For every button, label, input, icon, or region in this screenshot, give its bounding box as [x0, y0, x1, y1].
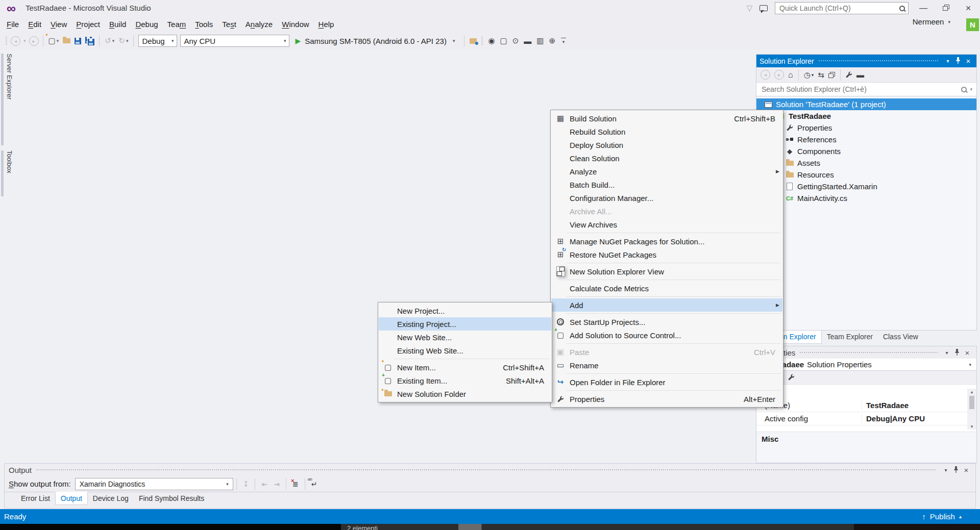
properties-wrench-icon[interactable]: [846, 71, 852, 78]
menu-item-open-folder-in-file-explorer[interactable]: ↪ Open Folder in File Explorer: [551, 375, 782, 389]
menu-analyze[interactable]: Analyze: [241, 18, 277, 31]
menu-item-existing-project[interactable]: Existing Project...: [379, 317, 551, 331]
output-source-dropdown[interactable]: Xamarin Diagnostics ▾: [75, 478, 233, 490]
menu-item-add[interactable]: Add▶: [551, 298, 782, 312]
close-icon[interactable]: ×: [961, 466, 971, 474]
forward-icon[interactable]: ▸: [774, 70, 784, 80]
minimize-button[interactable]: —: [916, 4, 931, 13]
navigate-back-button[interactable]: ◂: [11, 36, 20, 46]
toolbar-overflow-button[interactable]: ▾: [561, 38, 566, 44]
menu-item-new-solution-explorer-view[interactable]: New Solution Explorer View: [551, 265, 782, 278]
home-icon[interactable]: ⌂: [788, 70, 793, 80]
preview-selected-items-icon[interactable]: ▬: [856, 70, 864, 79]
redo-button[interactable]: ↻▾: [118, 36, 128, 45]
properties-scrollbar[interactable]: ▴ ▾: [967, 389, 976, 430]
menu-item-batch-build[interactable]: Batch Build...: [551, 178, 782, 191]
menu-item-build-solution[interactable]: ▦ Build Solution Ctrl+Shift+B: [551, 112, 782, 125]
menu-item-rebuild-solution[interactable]: Rebuild Solution: [551, 125, 782, 138]
menu-item-rename[interactable]: ▭ Rename: [551, 359, 782, 372]
previous-message-icon[interactable]: ⇤: [261, 480, 267, 488]
menu-item-new-project[interactable]: New Project...: [379, 304, 551, 317]
android-sdk-icon[interactable]: ⊙: [512, 36, 519, 45]
tab-team-explorer[interactable]: Team Explorer: [822, 331, 878, 344]
menu-project[interactable]: Project: [71, 18, 105, 31]
collapse-all-icon[interactable]: [828, 72, 835, 78]
device-log-icon[interactable]: ▥: [536, 36, 544, 45]
new-file-icon[interactable]: ▢: [500, 36, 507, 45]
menu-view[interactable]: View: [46, 18, 71, 31]
android-emulator-icon[interactable]: ▬: [524, 37, 531, 45]
user-menu[interactable]: Nermeen ▾: [913, 17, 950, 26]
tree-item-components[interactable]: ◆ Components: [756, 145, 976, 157]
tab-class-view[interactable]: Class View: [878, 331, 923, 344]
save-all-button[interactable]: [85, 37, 94, 45]
quick-launch-input[interactable]: [778, 4, 896, 13]
tree-item-properties[interactable]: Properties: [756, 122, 976, 134]
menu-item-manage-nuget[interactable]: ⊞ Manage NuGet Packages for Solution...: [551, 235, 782, 248]
solution-explorer-search-input[interactable]: [761, 85, 961, 94]
tree-item-gettingstarted[interactable]: GettingStarted.Xamarin: [756, 181, 976, 192]
tab-server-explorer[interactable]: Server Explorer: [1, 54, 13, 145]
window-position-icon[interactable]: ▾: [943, 58, 953, 64]
tree-item-references[interactable]: References: [756, 134, 976, 145]
menu-edit[interactable]: Edit: [23, 18, 46, 31]
goto-message-icon[interactable]: ↧: [243, 480, 249, 488]
menu-item-new-solution-folder[interactable]: * New Solution Folder: [379, 387, 551, 400]
solution-explorer-search[interactable]: ▾: [756, 83, 976, 96]
pin-icon[interactable]: [953, 57, 963, 65]
scroll-up-icon[interactable]: ▴: [971, 389, 973, 395]
new-project-button[interactable]: ▢*▾: [48, 36, 59, 45]
menu-item-properties[interactable]: Properties Alt+Enter: [551, 392, 782, 406]
publish-button[interactable]: ↑ Publish ▴: [922, 512, 962, 521]
toolbar-grip[interactable]: [6, 37, 7, 45]
undo-button[interactable]: ↺▾: [105, 36, 114, 45]
tree-item-resources[interactable]: Resources: [756, 169, 976, 181]
xamarin-package-icon[interactable]: [470, 38, 477, 44]
property-row-name[interactable]: (Name) TestRadaee: [756, 399, 967, 412]
tree-item-solution[interactable]: Solution 'TestRadaee' (1 project): [756, 98, 976, 110]
pin-icon[interactable]: [951, 466, 961, 474]
menu-item-add-solution-to-source-control[interactable]: ▢+ Add Solution to Source Control...: [551, 329, 782, 342]
tab-toolbox[interactable]: Toolbox: [1, 150, 13, 196]
sync-with-active-document-icon[interactable]: ⇆: [818, 70, 824, 80]
profiler-icon[interactable]: ◉: [488, 36, 495, 45]
menu-item-new-item[interactable]: ▢* New Item... Ctrl+Shift+A: [379, 361, 551, 374]
filter-icon[interactable]: ▽: [746, 4, 752, 13]
tab-error-list[interactable]: Error List: [16, 492, 55, 504]
menu-item-deploy-solution[interactable]: Deploy Solution: [551, 138, 782, 152]
navigate-forward-button[interactable]: ▸: [29, 36, 39, 46]
pending-changes-filter-icon[interactable]: ◷▾: [804, 70, 814, 80]
property-pages-wrench-icon[interactable]: [788, 373, 795, 382]
menu-item-calculate-code-metrics[interactable]: Calculate Code Metrics: [551, 282, 782, 295]
menu-window[interactable]: Window: [277, 18, 313, 31]
properties-header[interactable]: Properties ▾ ×: [756, 346, 976, 359]
xamarin-account-icon[interactable]: ⊕: [549, 36, 555, 45]
start-debugging-button[interactable]: ▶ Samsung SM-T805 (Android 6.0 - API 23)…: [295, 37, 457, 45]
menu-tools[interactable]: Tools: [190, 18, 217, 31]
close-icon[interactable]: ×: [963, 57, 973, 65]
window-position-icon[interactable]: ▾: [941, 467, 951, 473]
menu-team[interactable]: Team: [163, 18, 191, 31]
menu-item-analyze[interactable]: Analyze▶: [551, 165, 782, 178]
menu-debug[interactable]: Debug: [131, 18, 162, 31]
feedback-icon[interactable]: [760, 5, 768, 11]
menu-file[interactable]: File: [2, 18, 23, 31]
menu-item-set-startup-projects[interactable]: Set StartUp Projects...: [551, 315, 782, 329]
next-message-icon[interactable]: ⇥: [274, 480, 280, 488]
output-header[interactable]: Output ▾ ×: [5, 464, 975, 476]
menu-item-restore-nuget[interactable]: ⊞↻ Restore NuGet Packages: [551, 248, 782, 261]
restore-button[interactable]: [938, 4, 953, 13]
clear-all-icon[interactable]: ≣×: [292, 480, 299, 488]
tab-device-log[interactable]: Device Log: [88, 492, 134, 504]
back-dropdown-icon[interactable]: ▾: [23, 38, 26, 43]
avatar[interactable]: N: [966, 18, 979, 31]
tab-output[interactable]: Output: [55, 492, 88, 505]
solution-platforms-dropdown[interactable]: Any CPU▾: [180, 35, 289, 47]
tab-find-symbol-results[interactable]: Find Symbol Results: [134, 492, 209, 504]
scroll-down-icon[interactable]: ▾: [971, 423, 973, 430]
tree-item-project[interactable]: TestRadaee: [756, 110, 976, 122]
toolbar-grip[interactable]: [481, 37, 483, 45]
properties-object-dropdown[interactable]: TestRadaee Solution Properties ▾: [756, 359, 976, 371]
menu-build[interactable]: Build: [105, 18, 131, 31]
menu-item-clean-solution[interactable]: Clean Solution: [551, 152, 782, 165]
